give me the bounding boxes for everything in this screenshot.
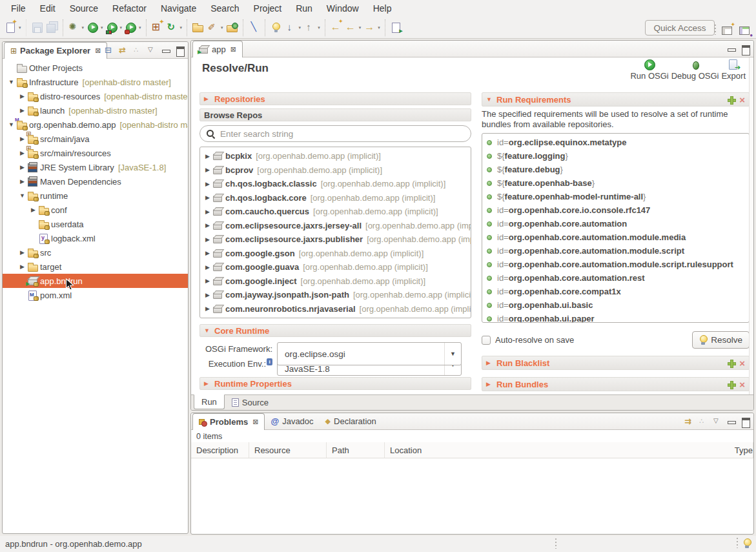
last-edit-location-button[interactable]: ▾ — [325, 19, 343, 36]
tree-item[interactable]: ▶ src/main/java — [3, 132, 188, 146]
tree-item[interactable]: logback.xml — [3, 231, 188, 245]
column-header[interactable]: Type — [730, 442, 753, 458]
menu-item[interactable]: Run — [289, 1, 320, 16]
section-runtime-properties[interactable]: ▶ Runtime Properties — [199, 377, 471, 390]
repo-list-item[interactable]: ▶ ch.qos.logback.core [org.openhab.demo.… — [200, 191, 471, 205]
close-icon[interactable]: ⊠ — [252, 418, 258, 426]
search-input[interactable] — [220, 129, 464, 139]
auto-resolve-checkbox[interactable] — [482, 336, 491, 345]
tree-item[interactable]: ▶ distro-resources [openhab-distro maste… — [3, 89, 188, 103]
tab-package-explorer[interactable]: ⊞ Package Explorer ⊠ — [4, 42, 107, 59]
menu-item[interactable]: Navigate — [154, 1, 203, 16]
repo-list-item[interactable]: ▶ ch.qos.logback.classic [org.openhab.de… — [200, 177, 471, 191]
expand-arrow-icon[interactable]: ▶ — [203, 153, 212, 159]
chevron-right-icon[interactable]: ▶ — [204, 380, 210, 387]
remove-bundle-icon[interactable]: × — [739, 380, 745, 389]
tree-item[interactable]: ▶ Maven Dependencies — [3, 174, 188, 189]
combo-arrow-icon[interactable]: ▼ — [444, 343, 461, 365]
dropdown-arrow-icon[interactable]: ▾ — [221, 25, 223, 30]
tree-item[interactable]: ▼ Infrastructure [openhab-distro master] — [3, 75, 188, 89]
run-button[interactable]: ▾ — [85, 19, 105, 36]
next-annotation-button[interactable]: ▾ — [283, 19, 303, 36]
tree-item[interactable]: ▶ conf — [3, 203, 188, 217]
dropdown-arrow-icon[interactable]: ▾ — [359, 25, 362, 30]
tree-item[interactable]: pom.xml — [3, 288, 188, 302]
expand-arrow-icon[interactable]: ▶ — [203, 181, 212, 187]
open-project-button[interactable]: ▾ — [225, 19, 240, 36]
expand-arrow-icon[interactable]: ▶ — [203, 305, 212, 312]
forward-button[interactable]: ▾ — [362, 19, 382, 36]
open-resource-button[interactable]: ▾ — [187, 19, 205, 36]
resolve-button[interactable]: Resolve — [692, 331, 750, 349]
expand-arrow-icon[interactable]: ▶ — [203, 209, 212, 215]
coverage-button[interactable]: ▾ — [105, 19, 124, 36]
dropdown-arrow-icon[interactable]: ▾ — [318, 25, 320, 30]
profile-button[interactable]: ▾ — [123, 19, 143, 36]
chevron-down-icon[interactable]: ▼ — [486, 96, 493, 103]
chevron-right-icon[interactable]: ▶ — [486, 360, 493, 366]
requirement-item[interactable]: id= org.openhab.core.automation — [482, 217, 749, 230]
repo-list-item[interactable]: ▶ bcpkix [org.openhab.demo.app (implicit… — [200, 149, 471, 163]
section-core-runtime[interactable]: ▼ Core Runtime — [199, 324, 471, 337]
expand-arrow-icon[interactable]: ▼ — [6, 79, 16, 85]
repo-list-item[interactable]: ▶ com.caucho.quercus [org.openhab.demo.a… — [200, 205, 471, 219]
menu-item[interactable]: Window — [320, 1, 366, 16]
requirement-item[interactable]: id= org.eclipse.equinox.metatype — [482, 136, 749, 149]
menu-item[interactable]: Source — [63, 1, 105, 16]
requirement-item[interactable]: id= org.openhab.core.automation.rest — [482, 271, 749, 285]
tab-problems[interactable]: Problems ⊠ — [192, 413, 265, 430]
status-grip[interactable] — [737, 538, 738, 548]
menu-item[interactable]: Project — [247, 1, 289, 16]
release-workspace-button[interactable]: ▾ — [165, 19, 184, 36]
tab-run[interactable]: Run — [194, 394, 225, 409]
section-run-bundles[interactable]: ▶ Run Bundles × — [482, 377, 750, 391]
expand-arrow-icon[interactable]: ▶ — [203, 278, 212, 284]
save-all-button[interactable]: ▾ — [45, 19, 59, 36]
link-with-editor-icon[interactable] — [118, 45, 128, 55]
tab-source[interactable]: Source — [225, 395, 276, 410]
column-header[interactable]: Description — [191, 442, 249, 458]
status-grip[interactable] — [555, 538, 557, 549]
expand-arrow-icon[interactable]: ▶ — [203, 194, 212, 201]
repo-list-item[interactable]: ▶ com.eclipsesource.jaxrs.jersey-all [or… — [200, 219, 471, 233]
menu-item[interactable]: Edit — [33, 1, 63, 16]
form-scrollbar[interactable] — [749, 57, 753, 394]
collapse-all-icon[interactable] — [104, 45, 114, 55]
requirement-item[interactable]: ${ feature.logging } — [482, 149, 749, 163]
column-header[interactable]: Location — [385, 442, 730, 458]
repo-list-item[interactable]: ▶ com.neuronrobotics.nrjavaserial [org.o… — [200, 302, 471, 316]
remove-blacklist-icon[interactable]: × — [739, 359, 745, 367]
tree-item[interactable]: ▶ JRE System Library [JavaSE-1.8] — [3, 160, 188, 174]
new-wizard-button[interactable]: ▾ — [3, 19, 23, 36]
requirement-item[interactable]: id= org.openhab.core.automation.module.s… — [482, 244, 749, 258]
dropdown-arrow-icon[interactable]: ▾ — [19, 25, 21, 30]
requirement-item[interactable]: id= org.openhab.ui.paper — [482, 312, 749, 323]
requirement-item[interactable]: id= org.openhab.core.compat1x — [482, 285, 749, 298]
dropdown-arrow-icon[interactable]: ▾ — [378, 25, 380, 30]
tree-item[interactable]: ▶ target — [3, 260, 188, 274]
maximize-icon[interactable] — [175, 45, 185, 55]
save-button[interactable]: ▾ — [26, 19, 45, 36]
view-menu-icon[interactable] — [147, 45, 156, 55]
expand-arrow-icon[interactable]: ▶ — [17, 263, 27, 270]
expand-arrow-icon[interactable]: ▶ — [203, 236, 212, 243]
expand-arrow-icon[interactable]: ▶ — [203, 222, 212, 229]
view-menu-icon[interactable] — [712, 416, 722, 426]
dropdown-arrow-icon[interactable]: ▾ — [299, 25, 301, 30]
repo-list-item[interactable]: ▶ bcprov [org.openhab.demo.app (implicit… — [200, 163, 471, 178]
open-perspective-button[interactable] — [720, 21, 735, 38]
lightbulb-button[interactable]: ▾ — [265, 19, 283, 36]
quick-access-button[interactable]: Quick Access — [645, 20, 715, 36]
close-icon[interactable]: ⊠ — [230, 45, 236, 54]
export-button[interactable]: Export — [720, 59, 747, 81]
requirement-item[interactable]: ${ feature.openhab-model-runtime-all } — [482, 190, 749, 203]
menu-item[interactable]: Help — [366, 1, 399, 16]
mark-occurrences-button[interactable]: ▾ — [243, 19, 261, 36]
remove-requirement-icon[interactable]: × — [739, 96, 745, 104]
section-repositories[interactable]: ▶ Repositories — [199, 92, 471, 105]
repo-list-item[interactable]: ▶ com.google.inject [org.openhab.demo.ap… — [200, 274, 471, 289]
chevron-right-icon[interactable]: ▶ — [204, 96, 210, 102]
expand-arrow-icon[interactable]: ▼ — [17, 192, 27, 199]
expand-arrow-icon[interactable]: ▶ — [28, 207, 38, 213]
requirement-item[interactable]: ${ feature.debug } — [482, 163, 749, 176]
